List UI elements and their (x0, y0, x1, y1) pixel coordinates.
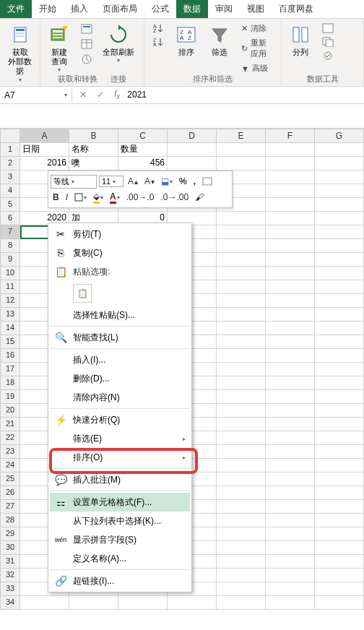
bold-button[interactable]: B (51, 191, 61, 204)
cell[interactable] (217, 527, 266, 541)
cell[interactable] (266, 404, 315, 418)
cell[interactable]: 数量 (118, 143, 168, 157)
row-header[interactable]: 31 (0, 555, 20, 569)
cell[interactable] (217, 308, 266, 322)
ctx-delete[interactable]: 删除(D)... (50, 369, 190, 388)
row-header[interactable]: 15 (0, 335, 20, 349)
cell[interactable] (315, 418, 364, 431)
ctx-cut[interactable]: ✂剪切(T) (50, 225, 190, 243)
row-header[interactable]: 20 (0, 404, 20, 418)
cell[interactable] (217, 582, 266, 596)
cell[interactable] (266, 363, 315, 376)
cell[interactable] (315, 253, 364, 267)
cell[interactable] (315, 335, 364, 349)
cell[interactable] (315, 225, 364, 239)
fx-icon[interactable]: fx (111, 89, 123, 100)
cell[interactable] (315, 555, 364, 569)
row-header[interactable]: 16 (0, 349, 20, 363)
cell[interactable] (217, 363, 266, 376)
row-header[interactable]: 4 (0, 184, 20, 198)
cell[interactable] (217, 212, 266, 225)
enter-icon[interactable]: ✓ (94, 90, 107, 100)
cell[interactable] (315, 486, 364, 500)
recent-sources-button[interactable] (78, 52, 95, 66)
cell[interactable] (266, 376, 315, 390)
cell[interactable] (315, 569, 364, 582)
cell[interactable] (266, 143, 315, 157)
clear-filter-button[interactable]: ✕清除 (238, 22, 277, 35)
cell[interactable] (315, 363, 364, 376)
cell[interactable] (315, 582, 364, 596)
tab-view[interactable]: 视图 (240, 0, 272, 18)
font-select[interactable]: 等线▾ (51, 175, 97, 189)
cell[interactable] (217, 445, 266, 459)
row-header[interactable]: 29 (0, 527, 20, 541)
ctx-insert-comment[interactable]: 💬插入批注(M) (50, 470, 190, 489)
cell[interactable] (315, 294, 364, 308)
cell[interactable]: 名称 (69, 143, 118, 157)
cell[interactable] (266, 171, 315, 184)
cell[interactable] (266, 486, 315, 500)
cell[interactable] (315, 184, 364, 198)
cell[interactable] (266, 418, 315, 431)
row-header[interactable]: 17 (0, 363, 20, 376)
show-queries-button[interactable] (78, 22, 95, 36)
select-all-corner[interactable] (0, 129, 20, 143)
comma-button[interactable]: , (191, 175, 198, 188)
ctx-filter[interactable]: 筛选(E)▸ (50, 429, 190, 448)
cell[interactable] (315, 157, 364, 171)
sort-desc-button[interactable]: ZA (149, 35, 168, 48)
cell[interactable] (217, 418, 266, 431)
cell[interactable] (266, 473, 315, 486)
row-header[interactable]: 9 (0, 253, 20, 267)
row-header[interactable]: 14 (0, 322, 20, 335)
row-header[interactable]: 18 (0, 376, 20, 390)
cell[interactable] (315, 390, 364, 404)
row-header[interactable]: 30 (0, 541, 20, 555)
tab-review[interactable]: 审阅 (208, 0, 240, 18)
cell[interactable] (168, 596, 217, 610)
accounting-format-button[interactable]: ⬓▾ (159, 175, 175, 188)
cell[interactable] (315, 445, 364, 459)
row-header[interactable]: 33 (0, 582, 20, 596)
ctx-sort[interactable]: 排序(O)▸ (50, 448, 190, 467)
cell[interactable] (217, 253, 266, 267)
cell[interactable] (266, 349, 315, 363)
data-validation-button[interactable] (319, 49, 337, 62)
cell[interactable] (266, 253, 315, 267)
cell[interactable] (315, 431, 364, 445)
cell[interactable] (266, 459, 315, 473)
row-header[interactable]: 11 (0, 280, 20, 294)
from-table-button[interactable] (78, 37, 95, 51)
col-header-F[interactable]: F (266, 129, 315, 143)
cell[interactable] (217, 294, 266, 308)
cell[interactable] (69, 596, 118, 610)
row-header[interactable]: 6 (0, 212, 20, 225)
cell[interactable] (217, 225, 266, 239)
ctx-paste-special[interactable]: 选择性粘贴(S)... (50, 306, 190, 324)
cell[interactable] (266, 225, 315, 239)
remove-dup-button[interactable] (319, 35, 337, 48)
borders-button[interactable]: ▾ (72, 191, 89, 203)
row-header[interactable]: 27 (0, 500, 20, 514)
decrease-font-button[interactable]: A▾ (142, 175, 157, 188)
row-header[interactable]: 10 (0, 267, 20, 280)
cell[interactable] (217, 390, 266, 404)
cell[interactable] (315, 459, 364, 473)
cell[interactable] (266, 267, 315, 280)
cell[interactable] (266, 596, 315, 610)
tab-file[interactable]: 文件 (0, 0, 32, 18)
tab-layout[interactable]: 页面布局 (95, 0, 144, 18)
row-header[interactable]: 2 (0, 157, 20, 171)
decrease-decimal-button[interactable]: .00→.0 (124, 191, 157, 204)
sort-asc-button[interactable]: AZ (149, 22, 168, 35)
cell[interactable] (217, 280, 266, 294)
row-header[interactable]: 22 (0, 431, 20, 445)
col-header-B[interactable]: B (69, 129, 118, 143)
cell[interactable] (315, 404, 364, 418)
cell[interactable] (217, 459, 266, 473)
row-header[interactable]: 28 (0, 514, 20, 527)
cell[interactable] (266, 582, 315, 596)
cell[interactable] (217, 514, 266, 527)
cell[interactable] (217, 541, 266, 555)
